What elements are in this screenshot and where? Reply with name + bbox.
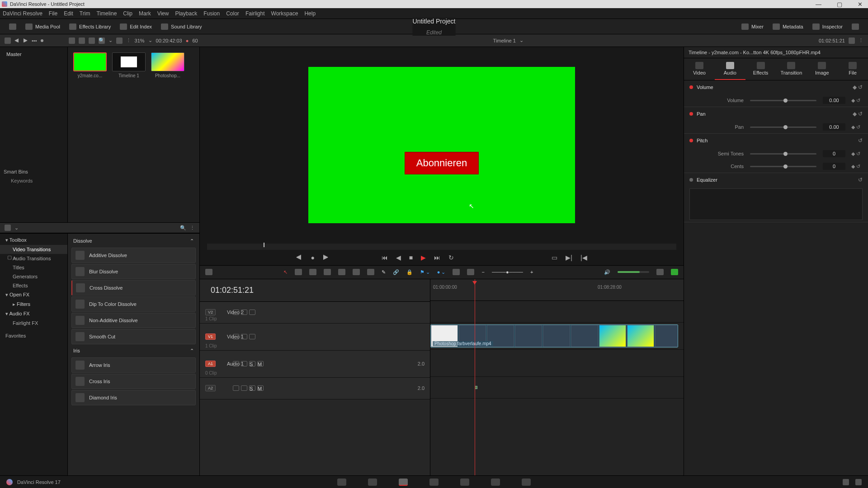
solo-icon[interactable]: S [249,361,255,366]
track-head-a2[interactable]: A2 SM 2.0 [200,378,430,399]
edit-page[interactable] [399,479,408,486]
mute-icon[interactable]: 🔊 [604,269,610,275]
fx-item[interactable]: Cross Iris [71,374,196,389]
menu-clip[interactable]: Clip [123,10,132,17]
track-head-a1[interactable]: A1 Audio 1 2.0 SM 0 Clip [200,351,430,378]
link-icon[interactable]: 🔗 [393,269,399,275]
filters-node[interactable]: ▸ Filters [0,300,67,309]
volume-slider[interactable] [750,100,816,101]
disable-icon[interactable] [249,334,255,339]
maximize-button[interactable]: ▢ [833,1,846,8]
minimize-button[interactable]: — [812,1,825,8]
next-marker-button[interactable]: ▶| [566,254,572,261]
fx-item[interactable]: Smooth Cut [71,329,196,344]
fx-group-head[interactable]: Dissolve⌃ [70,235,198,247]
next-edit-button[interactable]: ⯈ [323,254,329,261]
stop-button[interactable]: ■ [409,254,413,261]
track-v2[interactable] [430,301,684,323]
timeline-ruler[interactable]: 01:00:00:00 01:08:28:00 01:16:56:00 [430,279,684,301]
zoom-value[interactable]: 31% [135,38,145,43]
menu-help[interactable]: Help [304,10,316,17]
dynamic-trim-icon[interactable] [309,269,316,275]
inspector-button[interactable]: Inspector [808,22,847,32]
blade-tool-icon[interactable] [324,269,331,275]
sound-library-button[interactable]: Sound Library [156,22,207,32]
fx-item[interactable]: Blur Dissolve [71,264,196,279]
thumb-view-icon[interactable] [69,38,75,44]
smart-bins[interactable]: Smart Bins [3,167,65,176]
track-badge[interactable]: V1 [205,333,216,340]
generators-node[interactable]: Generators [0,272,67,281]
track-badge[interactable]: V2 [205,309,216,315]
clip-item[interactable]: Photoshop... [151,52,184,78]
video-clip[interactable]: Photoshop farbverlaufe.mp4 [430,324,678,347]
track-a1[interactable] [430,350,684,377]
keyframe-icon[interactable]: ◆ ↺ [853,111,863,117]
track-badge[interactable]: A1 [205,361,216,367]
play-button[interactable]: ▶ [421,254,426,261]
meters-icon[interactable] [671,269,678,275]
fx-search-icon[interactable]: 🔍 [180,225,186,231]
menu-edit[interactable]: Edit [64,10,73,17]
tab-effects[interactable]: Effects [745,58,776,80]
menu-app[interactable]: DaVinci Resolve [3,10,42,17]
titles-node[interactable]: Titles [0,263,67,272]
fx-item[interactable]: Arrow Iris [71,357,196,373]
menu-trim[interactable]: Trim [80,10,90,17]
clip-item[interactable]: Timeline 1 [112,52,146,78]
openfx-node[interactable]: ▾ Open FX [0,290,67,300]
fx-item[interactable]: Non-Additive Dissolve [71,313,196,328]
track-v1[interactable]: Photoshop farbverlaufe.mp4 [430,323,684,350]
selection-tool[interactable]: ↖ [283,269,288,275]
fx-item[interactable]: Dip To Color Dissolve [71,296,196,312]
fx-item[interactable]: Additive Dissolve [71,248,196,263]
prev-frame-button[interactable]: ◀ [396,254,401,261]
keyframe-icon[interactable]: ◆ ↺ [849,164,863,169]
toolbox-node[interactable]: ▾ Toolbox [0,235,67,245]
prev-marker-button[interactable]: |◀ [580,254,587,261]
fx-item[interactable]: Diamond Iris [71,390,196,405]
zoom-in-button[interactable]: + [530,269,533,275]
keyframe-icon[interactable]: ◆ ↺ [849,124,863,130]
menu-view[interactable]: View [157,10,169,17]
replace-icon[interactable] [367,269,374,275]
lock-icon[interactable] [233,385,239,391]
insert-icon[interactable] [338,269,345,275]
master-bin[interactable]: Master [3,50,65,59]
fullscreen-button[interactable] [5,22,21,32]
keyframe-icon[interactable]: ↺ [858,137,863,144]
marker-icon[interactable]: ● ⌄ [437,269,446,275]
playhead[interactable] [475,279,475,476]
tab-file[interactable]: File [837,58,868,80]
fairlightfx-node[interactable]: Fairlight FX [0,319,67,328]
razor-icon[interactable]: ✎ [382,269,386,275]
cents-value[interactable]: 0 [823,163,845,170]
menu-playback[interactable]: Playback [175,10,197,17]
strip-view-icon[interactable] [89,38,95,44]
menu-fairlight[interactable]: Fairlight [245,10,265,17]
next-frame-button[interactable]: ⏭ [434,254,440,261]
volume-slider[interactable] [618,271,649,273]
eq-graph[interactable] [689,188,863,220]
fairlight-page[interactable] [491,479,500,486]
menu-file[interactable]: File [49,10,57,17]
match-frame-button[interactable]: ▭ [552,254,557,261]
search-icon[interactable]: 🔍 [99,38,105,44]
timeline-name[interactable]: Timeline 1 [493,38,516,43]
zoom-out-button[interactable]: − [481,269,484,275]
disable-icon[interactable] [249,310,255,315]
menu-timeline[interactable]: Timeline [96,10,117,17]
semitones-slider[interactable] [750,153,816,155]
close-button[interactable]: ✕ [854,1,866,8]
keyframe-icon[interactable]: ◆ ↺ [849,98,863,103]
arm-icon[interactable] [241,385,247,391]
home-icon[interactable] [843,479,849,485]
mixer-button[interactable]: Mixer [737,22,768,32]
keyframe-icon[interactable]: ◆ ↺ [853,84,863,90]
menu-workspace[interactable]: Workspace [271,10,298,17]
expand-button[interactable] [847,22,863,32]
lock-icon[interactable]: 🔒 [406,269,413,275]
menu-color[interactable]: Color [226,10,239,17]
track-head-v1[interactable]: V1 Video 1 1 Clip [200,324,430,351]
tab-audio[interactable]: Audio [715,58,745,80]
